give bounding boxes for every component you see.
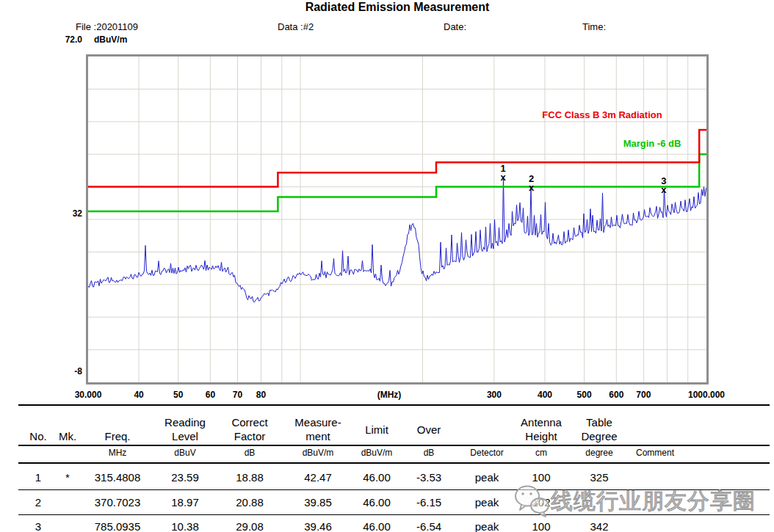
table-units-rule — [18, 462, 770, 464]
cell-measurement: 42.47 — [285, 471, 351, 484]
page-title: Radiated Emission Measurement — [0, 1, 774, 14]
cell-mk — [56, 496, 79, 509]
cell-reading-level: 18.97 — [156, 496, 214, 509]
svg-text:x: x — [661, 184, 667, 195]
cell-freq: 370.7023 — [79, 496, 156, 509]
cell-correct-factor: 18.88 — [214, 471, 285, 484]
y-axis-min-label: -8 — [43, 366, 82, 376]
date-label: Date: — [444, 21, 466, 32]
unit-no — [21, 448, 56, 458]
y-axis-max-label: 72.0 — [43, 34, 82, 45]
unit-mk — [56, 448, 79, 458]
unit-reading-level: dBuV — [156, 448, 214, 458]
y-axis-mid-label: 32 — [43, 208, 82, 219]
cell-no: 2 — [21, 496, 56, 509]
cell-detector: peak — [455, 471, 518, 484]
header-reading-level: Reading Level — [156, 415, 214, 443]
time-label: Time: — [582, 21, 606, 32]
cell-over: -3.53 — [402, 471, 455, 484]
margin-line-label: Margin -6 dB — [623, 138, 681, 149]
unit-comment: Comment — [634, 448, 771, 458]
cell-freq: 785.0935 — [79, 520, 156, 532]
cell-reading-level: 23.59 — [156, 471, 214, 484]
x-tick-400: 400 — [538, 390, 552, 400]
cell-detector: peak — [455, 496, 518, 509]
unit-limit: dBuV/m — [351, 448, 402, 458]
cell-limit: 46.00 — [351, 471, 402, 484]
x-tick-40: 40 — [134, 390, 143, 400]
cell-over: -6.15 — [402, 496, 455, 509]
spectrum-chart: 1x2x3x FCC Class B 3m Radiation Margin -… — [86, 54, 709, 385]
svg-text:x: x — [529, 182, 535, 193]
x-tick-700: 700 — [636, 390, 651, 400]
x-tick-50: 50 — [173, 390, 183, 400]
y-axis-unit-label: dBuV/m — [94, 34, 153, 45]
watermark: 线缆行业朋友分享圈 — [513, 480, 774, 522]
header-over: Over — [402, 423, 455, 443]
header-mk: Mk. — [56, 429, 79, 443]
cell-mk — [56, 520, 79, 532]
cell-correct-factor: 20.88 — [214, 496, 285, 509]
header-freq: Freq. — [79, 429, 156, 443]
wechat-icon — [513, 483, 551, 520]
svg-text:x: x — [500, 172, 506, 183]
cell-mk: * — [56, 471, 79, 484]
x-tick-60: 60 — [206, 390, 215, 400]
header-measurement: Measure- ment — [285, 415, 351, 443]
limit-line-label: FCC Class B 3m Radiation — [542, 109, 662, 120]
x-tick-30.000: 30.000 — [75, 390, 102, 400]
x-tick-70: 70 — [233, 390, 242, 400]
x-tick-300: 300 — [487, 390, 502, 400]
x-tick-500: 500 — [577, 390, 592, 400]
header-no: No. — [21, 429, 56, 443]
watermark-text: 线缆行业朋友分享圈 — [551, 487, 756, 517]
table-units-row: MHzdBuVdBdBuV/mdBuV/mdBDetectorcmdegreeC… — [21, 448, 771, 458]
x-axis-unit-label: (MHz) — [377, 390, 402, 400]
cell-no: 3 — [21, 520, 56, 532]
cell-limit: 46.00 — [351, 520, 402, 532]
x-tick-80: 80 — [256, 390, 266, 400]
cell-detector: peak — [455, 520, 518, 532]
x-tick-1000.000: 1000.000 — [688, 390, 725, 400]
unit-table-degree: degree — [564, 448, 634, 458]
unit-correct-factor: dB — [214, 448, 285, 458]
cell-measurement: 39.85 — [285, 496, 351, 509]
spectrum-plot-svg: 1x2x3x — [88, 57, 706, 382]
table-top-rule — [18, 404, 770, 406]
cell-correct-factor: 29.08 — [214, 520, 285, 532]
cell-measurement: 39.46 — [285, 520, 351, 532]
table-header-row: No.Mk.Freq.Reading LevelCorrect FactorMe… — [21, 408, 771, 443]
data-label: Data :#2 — [278, 21, 314, 32]
table-header-rule — [18, 445, 770, 446]
unit-measurement: dBuV/m — [285, 448, 351, 458]
radiated-emission-report: { "header": { "title": "Radiated Emissio… — [0, 0, 774, 532]
unit-over: dB — [402, 448, 455, 458]
header-antenna-height: Antenna Height — [518, 415, 564, 443]
x-tick-600: 600 — [609, 390, 623, 400]
cell-reading-level: 10.38 — [156, 520, 214, 532]
unit-antenna-height: cm — [518, 448, 564, 458]
header-limit: Limit — [351, 423, 402, 443]
header-table-degree: Table Degree — [564, 415, 634, 443]
cell-freq: 315.4808 — [79, 471, 156, 484]
unit-detector: Detector — [455, 448, 518, 458]
file-label: File :20201109 — [76, 21, 138, 32]
cell-over: -6.54 — [402, 520, 455, 532]
unit-freq: MHz — [79, 448, 156, 458]
header-correct-factor: Correct Factor — [214, 415, 285, 443]
cell-no: 1 — [21, 471, 56, 484]
cell-limit: 46.00 — [351, 496, 402, 509]
